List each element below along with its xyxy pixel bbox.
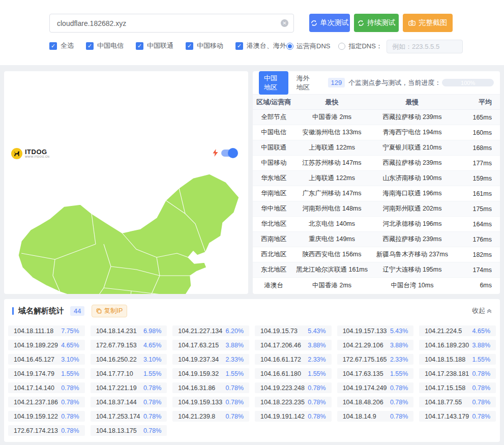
ip-cell[interactable]: 104.17.221.190.78% (91, 382, 167, 393)
fast-mode-toggle[interactable] (221, 150, 238, 157)
ip-cell[interactable]: 104.17.253.1740.78% (91, 411, 167, 422)
ip-cell[interactable]: 104.19.159.1220.78% (8, 411, 85, 422)
ip-cell[interactable]: 104.21.237.1860.78% (8, 397, 85, 407)
ip-cell[interactable]: 104.19.157.1335.43% (337, 325, 414, 336)
table-row[interactable]: 中国移动江苏苏州移动 147ms西藏拉萨移动 239ms177ms (253, 156, 500, 171)
table-row[interactable]: 华东地区上海联通 122ms山东济南移动 190ms159ms (253, 171, 500, 186)
table-row[interactable]: 中国电信安徽滁州电信 133ms青海西宁电信 194ms160ms (253, 125, 500, 140)
table-cell: 160ms (456, 129, 500, 136)
ip-cell[interactable]: 104.16.189.2303.88% (419, 340, 496, 350)
custom-dns-label: 指定DNS： (348, 42, 382, 51)
checkbox-item[interactable]: ✓中国移动 (186, 41, 223, 50)
ip-cell[interactable]: 104.21.29.1063.88% (337, 340, 414, 350)
ip-address: 104.21.239.8 (178, 413, 215, 420)
ip-cell[interactable]: 104.19.174.791.55% (8, 368, 85, 379)
ip-address: 104.21.224.5 (425, 328, 462, 335)
table-cell: 174ms (456, 266, 500, 274)
full-screenshot-button[interactable]: 完整截图 (403, 14, 453, 32)
single-test-button[interactable]: 单次测试 (309, 14, 350, 32)
table-cell: 中国香港 2ms (295, 281, 369, 290)
checkbox-label: 中国联通 (147, 41, 173, 50)
ip-percentage: 0.78% (390, 399, 408, 406)
ip-cell[interactable]: 104.18.14.90.78% (337, 411, 414, 422)
ip-percentage: 0.78% (472, 384, 490, 392)
ip-cell[interactable]: 104.21.227.1346.20% (172, 325, 249, 336)
ip-cell[interactable]: 104.18.48.2060.78% (337, 397, 414, 407)
table-cell: 中国香港 2ms (295, 113, 369, 122)
ip-address: 104.17.253.174 (96, 413, 140, 420)
ip-cell[interactable]: 172.67.79.1534.65% (91, 340, 167, 350)
single-test-label: 单次测试 (320, 18, 349, 27)
carrier-dns-radio[interactable] (286, 43, 293, 50)
ip-cell[interactable]: 104.17.63.2153.88% (172, 340, 249, 350)
ip-cell[interactable]: 104.18.111.187.75% (8, 325, 85, 336)
ip-cell[interactable]: 104.19.159.1330.78% (172, 397, 249, 407)
checkbox-item[interactable]: ✓全选 (49, 41, 74, 50)
ip-cell[interactable]: 104.17.15.1580.78% (419, 382, 496, 393)
continuous-test-button[interactable]: 持续测试 (354, 14, 399, 32)
table-row[interactable]: 华中地区河南郑州电信 148ms河南郑州联通 202ms175ms (253, 201, 500, 217)
ip-cell[interactable]: 104.17.63.1351.55% (337, 368, 414, 379)
ip-cell[interactable]: 104.18.13.1750.78% (91, 425, 167, 436)
ip-cell[interactable]: 104.18.223.2350.78% (255, 397, 332, 407)
chevron-up-icon (487, 309, 492, 313)
ip-percentage: 5.43% (390, 328, 408, 335)
table-row[interactable]: 西北地区陕西西安电信 156ms新疆乌鲁木齐移动 237ms182ms (253, 247, 500, 262)
collapse-label: 收起 (472, 306, 485, 315)
clear-input-icon[interactable]: ✕ (281, 19, 288, 27)
ip-cell[interactable]: 104.19.159.321.55% (172, 368, 249, 379)
ip-cell[interactable]: 104.18.37.1440.78% (91, 397, 167, 407)
collapse-link[interactable]: 收起 (472, 306, 492, 315)
ip-cell[interactable]: 104.21.224.54.65% (419, 325, 496, 336)
ip-percentage: 3.10% (61, 356, 79, 363)
ip-cell[interactable]: 104.16.61.1722.33% (255, 354, 332, 365)
dns-option-group: 运营商DNS 指定DNS： (286, 40, 463, 53)
tab-china-region[interactable]: 中国地区 (259, 71, 288, 95)
table-row[interactable]: 东北地区黑龙江哈尔滨联通 161ms辽宁大连移动 195ms174ms (253, 262, 500, 278)
ip-cell[interactable]: 104.19.189.2294.65% (8, 340, 85, 350)
ip-cell[interactable]: 104.16.250.223.10% (91, 354, 167, 365)
ip-cell[interactable]: 172.67.174.2130.78% (8, 425, 85, 436)
table-cell: 宁夏银川联通 210ms (369, 143, 455, 152)
china-map[interactable] (4, 158, 248, 294)
table-cell: 中国电信 (253, 128, 295, 137)
custom-dns-input[interactable] (387, 40, 463, 53)
table-row[interactable]: 中国联通上海联通 122ms宁夏银川联通 210ms168ms (253, 140, 500, 156)
ip-cell[interactable]: 104.17.143.1790.78% (419, 411, 496, 422)
ip-cell[interactable]: 104.18.77.550.78% (419, 397, 496, 407)
ip-cell[interactable]: 104.19.237.342.33% (172, 354, 249, 365)
table-cell: 北京电信 140ms (295, 220, 369, 228)
checkbox-item[interactable]: ✓中国联通 (136, 41, 173, 50)
ip-cell[interactable]: 104.19.174.2490.78% (337, 382, 414, 393)
ip-cell[interactable]: 172.67.175.1652.33% (337, 354, 414, 365)
ip-cell[interactable]: 104.18.15.1881.55% (419, 354, 496, 365)
ip-cell[interactable]: 104.16.45.1273.10% (8, 354, 85, 365)
table-cell: 山东济南移动 190ms (369, 174, 455, 183)
ip-address: 104.16.45.127 (14, 356, 54, 363)
checkbox-item[interactable]: ✓港澳台、海外 (235, 41, 286, 50)
ip-address: 104.19.157.133 (343, 328, 387, 335)
table-cell: 华中地区 (253, 204, 295, 213)
table-cell: 6ms (456, 282, 500, 289)
ip-cell[interactable]: 104.17.77.101.55% (91, 368, 167, 379)
tab-overseas-region[interactable]: 海外地区 (297, 74, 316, 92)
ip-cell[interactable]: 104.19.15.735.43% (255, 325, 332, 336)
ip-cell[interactable]: 104.17.14.1400.78% (8, 382, 85, 393)
checkbox-item[interactable]: ✓中国电信 (86, 41, 124, 50)
ip-cell[interactable]: 104.16.31.860.78% (172, 382, 249, 393)
target-url-input[interactable] (49, 14, 294, 33)
custom-dns-radio[interactable] (338, 43, 345, 50)
table-row[interactable]: 西南地区重庆电信 149ms西藏拉萨移动 239ms176ms (253, 232, 500, 247)
table-row[interactable]: 全部节点中国香港 2ms西藏拉萨移动 239ms165ms (253, 110, 500, 125)
table-row[interactable]: 港澳台中国香港 2ms中国台湾 10ms6ms (253, 278, 500, 293)
table-row[interactable]: 华北地区北京电信 140ms河北承德移动 196ms164ms (253, 217, 500, 232)
ip-cell[interactable]: 104.17.206.463.88% (255, 340, 332, 350)
ip-cell[interactable]: 104.17.238.1810.78% (419, 368, 496, 379)
ip-cell[interactable]: 104.21.239.80.78% (172, 411, 249, 422)
ip-cell[interactable]: 104.16.61.1801.55% (255, 368, 332, 379)
copy-ip-button[interactable]: 复制IP (92, 305, 127, 317)
ip-cell[interactable]: 104.18.14.2316.98% (91, 325, 167, 336)
ip-cell[interactable]: 104.19.191.1420.78% (255, 411, 332, 422)
ip-cell[interactable]: 104.19.223.2480.78% (255, 382, 332, 393)
table-row[interactable]: 华南地区广东广州移动 147ms海南海口联通 196ms161ms (253, 186, 500, 201)
